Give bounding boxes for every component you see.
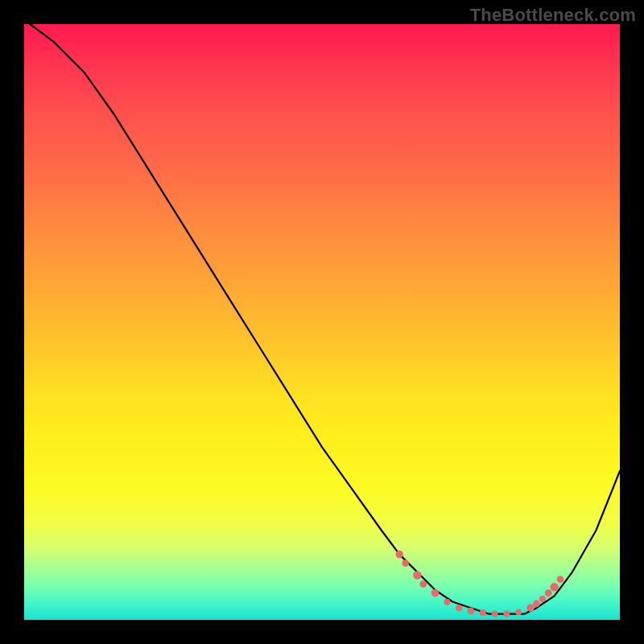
plot-area <box>24 24 620 620</box>
bead <box>413 571 421 579</box>
bead <box>539 596 546 602</box>
watermark-label: TheBottleneck.com <box>470 5 636 26</box>
chart-svg <box>24 24 620 620</box>
bead <box>545 589 552 597</box>
bead <box>419 580 427 588</box>
bead <box>533 601 540 608</box>
bead <box>480 609 486 616</box>
bead <box>492 611 498 617</box>
bead <box>402 559 409 567</box>
bead <box>550 583 558 591</box>
bead <box>503 611 510 617</box>
bead <box>431 589 440 597</box>
curve-path <box>30 24 620 614</box>
bead <box>395 551 403 559</box>
bead <box>526 604 535 612</box>
bead <box>468 608 475 615</box>
chart-frame: TheBottleneck.com <box>0 0 644 644</box>
bead <box>557 576 564 583</box>
bead <box>515 609 522 615</box>
bead <box>456 605 462 611</box>
bead <box>444 599 450 605</box>
